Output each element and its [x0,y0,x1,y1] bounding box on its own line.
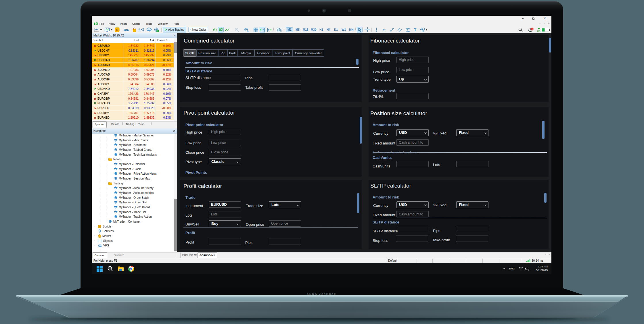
svg-text:ASUS ZenBook: ASUS ZenBook [306,292,336,296]
svg-text:LVL: LVL [537,30,541,32]
svg-text:1: 1 [532,28,533,30]
svg-text:$: $ [116,28,118,32]
svg-text:1: 1 [216,28,217,29]
